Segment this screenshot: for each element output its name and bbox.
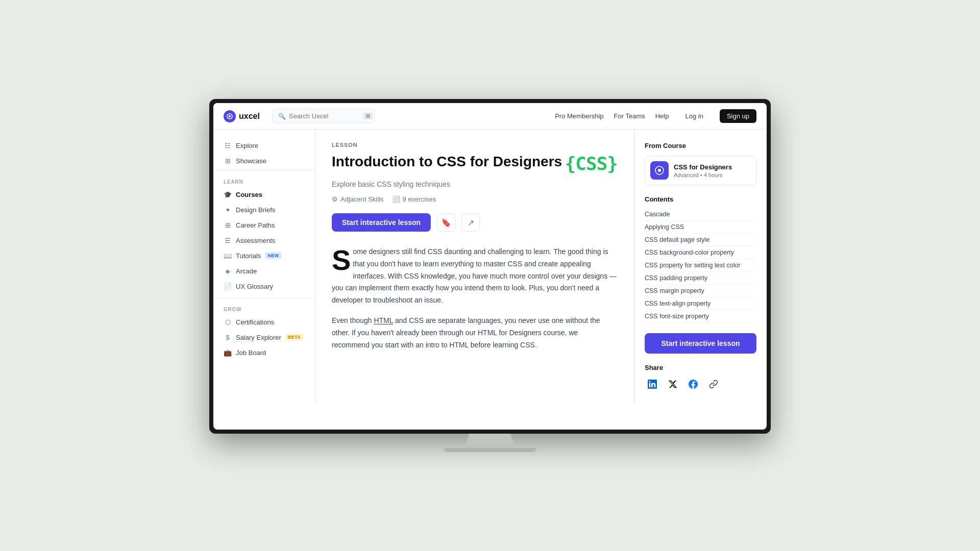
top-navigation: uxcel 🔍 ⌘ Pro Membership For Teams Help … xyxy=(213,103,767,130)
contents-list: CascadeApplying CSSCSS default page styl… xyxy=(645,208,756,323)
search-icon: 🔍 xyxy=(278,113,286,120)
exercises-meta: ⬜ 9 exercises xyxy=(392,195,436,203)
lesson-body: S ome designers still find CSS daunting … xyxy=(332,246,618,351)
content-list-item[interactable]: Cascade xyxy=(645,208,756,221)
lesson-paragraph-2: Even though HTML and CSS are separate la… xyxy=(332,315,618,351)
svg-point-3 xyxy=(658,169,661,172)
sidebar: ☷ Explore ⊞ Showcase LEARN 🎓 Courses ✦ xyxy=(213,130,315,404)
sidebar-item-courses[interactable]: 🎓 Courses xyxy=(213,187,315,202)
showcase-icon: ⊞ xyxy=(224,157,232,165)
adjacent-skills-meta: ⚙ Adjacent Skills xyxy=(332,195,384,203)
arcade-icon: ◈ xyxy=(224,267,232,275)
courses-icon: 🎓 xyxy=(224,190,232,198)
linkedin-share-icon[interactable] xyxy=(645,377,660,392)
sidebar-item-arcade[interactable]: ◈ Arcade xyxy=(213,263,315,279)
content-list-item[interactable]: CSS default page style xyxy=(645,234,756,246)
html-link[interactable]: HTML xyxy=(374,316,394,324)
tutorials-new-badge: NEW xyxy=(265,252,281,259)
css-logo: {CSS} xyxy=(565,153,618,174)
share-icons xyxy=(645,377,756,392)
for-teams-link[interactable]: For Teams xyxy=(614,112,645,120)
start-lesson-button[interactable]: Start interactive lesson xyxy=(332,213,431,232)
salary-explorer-icon: $ xyxy=(224,333,232,341)
content-list-item[interactable]: Applying CSS xyxy=(645,221,756,234)
lesson-meta: ⚙ Adjacent Skills ⬜ 9 exercises xyxy=(332,195,618,203)
right-sidebar: From Course CSS for Designers Advanced •… xyxy=(634,130,767,404)
tutorials-icon: 📖 xyxy=(224,252,232,260)
lesson-header: Introduction to CSS for Designers {CSS} xyxy=(332,153,618,174)
main-layout: ☷ Explore ⊞ Showcase LEARN 🎓 Courses ✦ xyxy=(213,130,767,404)
salary-beta-badge: BETA xyxy=(285,334,304,341)
sidebar-item-job-board[interactable]: 💼 Job Board xyxy=(213,345,315,360)
sidebar-item-career-paths[interactable]: ⊞ Career Paths xyxy=(213,217,315,233)
search-input[interactable] xyxy=(289,112,360,120)
content-list-item[interactable]: CSS property for setting text color xyxy=(645,259,756,272)
bookmark-button[interactable]: 🔖 xyxy=(437,213,455,232)
nav-links: Pro Membership For Teams Help Log in Sig… xyxy=(555,109,756,123)
content-list-item[interactable]: CSS margin property xyxy=(645,285,756,297)
login-button[interactable]: Log in xyxy=(679,109,709,123)
lesson-label: LESSON xyxy=(332,142,618,148)
design-briefs-icon: ✦ xyxy=(224,206,232,214)
from-course-label: From Course xyxy=(645,142,756,149)
skills-icon: ⚙ xyxy=(332,195,338,203)
twitter-share-icon[interactable] xyxy=(665,377,680,392)
sidebar-item-certifications[interactable]: ⬡ Certifications xyxy=(213,314,315,330)
career-paths-icon: ⊞ xyxy=(224,221,232,229)
drop-cap: S xyxy=(332,249,351,272)
lesson-title: Introduction to CSS for Designers xyxy=(332,153,562,170)
start-lesson-large-button[interactable]: Start interactive lesson xyxy=(645,333,756,354)
course-name: CSS for Designers xyxy=(674,163,732,171)
sidebar-item-tutorials[interactable]: 📖 Tutorials NEW xyxy=(213,248,315,263)
pro-membership-link[interactable]: Pro Membership xyxy=(555,112,603,120)
content-list-item[interactable]: CSS background-color property xyxy=(645,246,756,259)
search-bar[interactable]: 🔍 ⌘ xyxy=(273,109,375,123)
logo-icon xyxy=(224,110,236,122)
assessments-icon: ☰ xyxy=(224,236,232,244)
course-meta: Advanced • 4 hours xyxy=(674,172,732,178)
course-card[interactable]: CSS for Designers Advanced • 4 hours xyxy=(645,156,756,185)
course-icon xyxy=(650,161,669,180)
exercises-icon: ⬜ xyxy=(392,195,400,203)
sidebar-item-salary-explorer[interactable]: $ Salary Explorer BETA xyxy=(213,330,315,345)
certifications-icon: ⬡ xyxy=(224,318,232,326)
keyboard-shortcut-icon: ⌘ xyxy=(363,113,373,119)
facebook-share-icon[interactable] xyxy=(685,377,701,392)
sidebar-item-explore[interactable]: ☷ Explore xyxy=(213,138,315,153)
sidebar-item-showcase[interactable]: ⊞ Showcase xyxy=(213,153,315,168)
ux-glossary-icon: 📄 xyxy=(224,282,232,290)
lesson-subtitle: Explore basic CSS styling techniques xyxy=(332,180,618,188)
lesson-content: LESSON Introduction to CSS for Designers… xyxy=(315,130,634,404)
job-board-icon: 💼 xyxy=(224,348,232,357)
svg-point-1 xyxy=(229,115,231,117)
help-link[interactable]: Help xyxy=(655,112,669,120)
course-info: CSS for Designers Advanced • 4 hours xyxy=(674,163,732,178)
share-label: Share xyxy=(645,364,756,371)
logo[interactable]: uxcel xyxy=(224,110,264,122)
sidebar-item-design-briefs[interactable]: ✦ Design Briefs xyxy=(213,202,315,217)
signup-button[interactable]: Sign up xyxy=(720,109,756,123)
explore-icon: ☷ xyxy=(224,141,232,149)
content-list-item[interactable]: CSS padding property xyxy=(645,272,756,285)
lesson-paragraph-1: S ome designers still find CSS daunting … xyxy=(332,246,618,307)
share-button[interactable]: ↗ xyxy=(461,213,480,232)
sidebar-item-assessments[interactable]: ☰ Assessments xyxy=(213,233,315,248)
sidebar-item-ux-glossary[interactable]: 📄 UX Glossary xyxy=(213,279,315,294)
learn-section-label: LEARN xyxy=(213,173,315,187)
content-list-item[interactable]: CSS font-size property xyxy=(645,310,756,323)
lesson-actions: Start interactive lesson 🔖 ↗ xyxy=(332,213,618,232)
contents-label: Contents xyxy=(645,195,756,203)
grow-section-label: GROW xyxy=(213,300,315,314)
content-list-item[interactable]: CSS text-align property xyxy=(645,297,756,310)
copy-link-icon[interactable] xyxy=(706,377,721,392)
